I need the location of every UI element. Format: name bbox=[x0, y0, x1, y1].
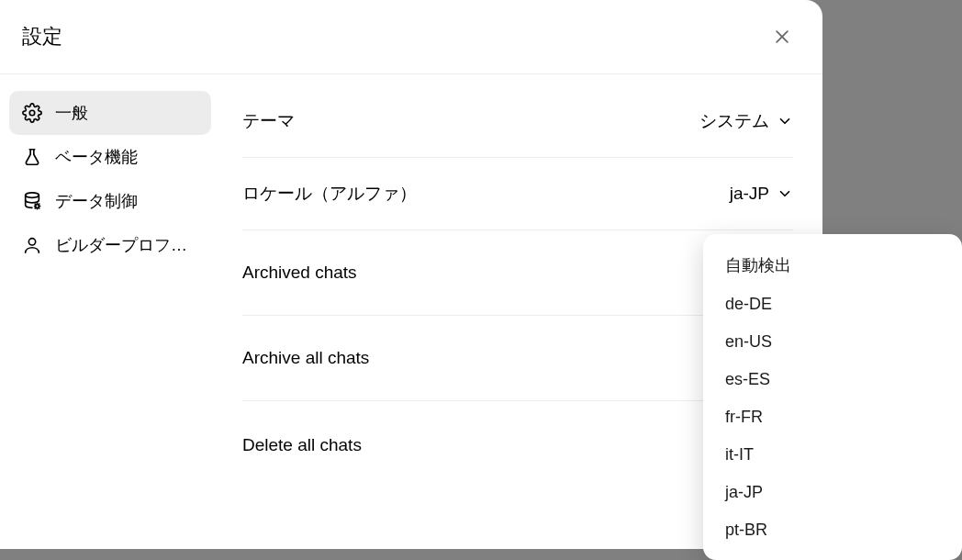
setting-label: テーマ bbox=[242, 109, 295, 133]
flask-icon bbox=[22, 147, 42, 167]
sidebar-item-label: 一般 bbox=[55, 102, 88, 124]
close-icon bbox=[773, 28, 791, 46]
locale-option-de-de[interactable]: de-DE bbox=[703, 286, 962, 323]
sidebar-item-general[interactable]: 一般 bbox=[9, 91, 211, 135]
setting-label: ロケール（アルファ） bbox=[242, 182, 417, 206]
locale-option-es-es[interactable]: es-ES bbox=[703, 361, 962, 398]
settings-sidebar: 一般 ベータ機能 bbox=[0, 74, 220, 549]
sidebar-item-data-controls[interactable]: データ制御 bbox=[9, 179, 211, 223]
setting-label: Archive all chats bbox=[242, 348, 369, 368]
chevron-down-icon bbox=[777, 113, 793, 129]
setting-row-locale: ロケール（アルファ） ja-JP bbox=[242, 158, 793, 230]
chevron-down-icon bbox=[777, 185, 793, 202]
sidebar-item-beta[interactable]: ベータ機能 bbox=[9, 135, 211, 179]
sidebar-item-label: ベータ機能 bbox=[55, 146, 138, 168]
setting-row-theme: テーマ システム bbox=[242, 91, 793, 158]
locale-option-it-it[interactable]: it-IT bbox=[703, 436, 962, 474]
locale-select[interactable]: ja-JP bbox=[730, 184, 793, 204]
gear-icon bbox=[22, 103, 42, 123]
theme-select[interactable]: システム bbox=[699, 109, 793, 133]
locale-option-pt-br[interactable]: pt-BR bbox=[703, 511, 962, 549]
sidebar-item-label: データ制御 bbox=[55, 190, 138, 212]
svg-point-2 bbox=[29, 110, 35, 116]
svg-point-5 bbox=[28, 239, 35, 245]
database-icon bbox=[22, 191, 42, 211]
sidebar-item-builder-profile[interactable]: ビルダープロフィ… bbox=[9, 223, 211, 267]
locale-option-ja-jp[interactable]: ja-JP bbox=[703, 474, 962, 511]
locale-option-fr-fr[interactable]: fr-FR bbox=[703, 398, 962, 436]
theme-value: システム bbox=[699, 109, 769, 133]
setting-label: Archived chats bbox=[242, 263, 357, 283]
modal-header: 設定 bbox=[0, 0, 822, 74]
svg-point-3 bbox=[26, 193, 39, 198]
sidebar-item-label: ビルダープロフィ… bbox=[55, 234, 198, 256]
locale-option-en-us[interactable]: en-US bbox=[703, 323, 962, 361]
locale-value: ja-JP bbox=[730, 184, 769, 204]
modal-title: 設定 bbox=[22, 23, 62, 50]
person-icon bbox=[22, 235, 42, 255]
locale-option-auto[interactable]: 自動検出 bbox=[703, 245, 962, 286]
settings-modal: 設定 一般 bbox=[0, 0, 822, 549]
setting-label: Delete all chats bbox=[242, 435, 362, 455]
locale-dropdown: 自動検出 de-DE en-US es-ES fr-FR it-IT ja-JP… bbox=[703, 234, 962, 560]
close-button[interactable] bbox=[767, 22, 797, 51]
